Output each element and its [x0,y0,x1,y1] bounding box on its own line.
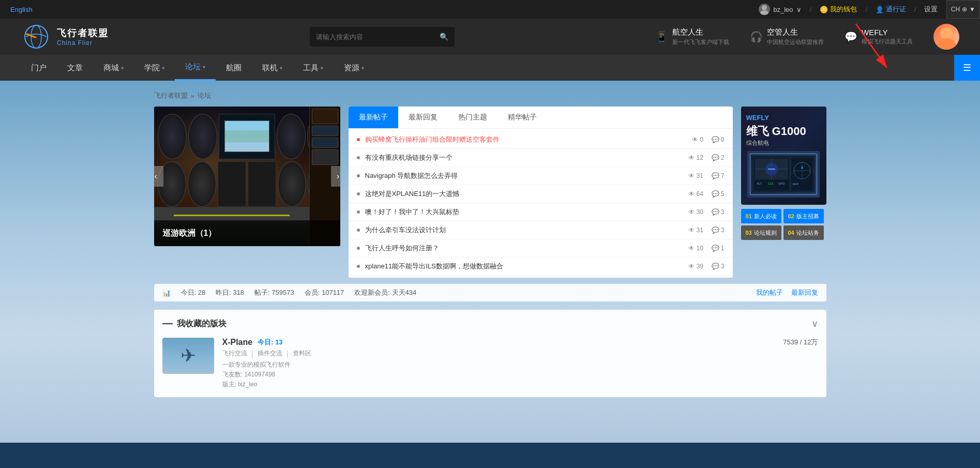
today-stat: 今日: 28 [181,288,206,297]
eye-icon: 👁 [688,208,695,216]
xplane-moderator: 版主: lxz_leo [222,380,775,389]
post-item: 噢！好了！我中了！大兴鼠标垫 👁 30 💬 3 [349,203,733,221]
post-stats: 👁 31 💬 3 [688,227,724,234]
post-stats: 👁 31 💬 7 [688,172,724,179]
svg-text:SPD: SPD [778,182,785,185]
wallet-icon: 🪙 [820,6,828,13]
wefly-subtitle: 模拟飞行话题天工具 [862,38,913,46]
view-count: 👁 64 [688,190,703,198]
ad-link-num: 02 [788,213,794,219]
tag-flight[interactable]: 飞行交流 [222,349,247,358]
dropdown-icon: ▼ [969,6,975,13]
logo-text: 飞行者联盟 China Flier [57,27,109,47]
nav-item-home[interactable]: 门户 [21,55,57,81]
svg-text:ALT: ALT [757,182,762,185]
nav-item-academy[interactable]: 学院 ▾ [134,55,175,81]
xplane-section: ✈ X-Plane 今日: 13 飞行交流 | 插件交流 | 资料区 [162,338,818,389]
breadcrumb-sep: » [191,92,194,100]
collapse-icon[interactable]: ∨ [811,318,818,329]
ad-link-rules[interactable]: 03 论坛规则 [741,225,781,240]
xplane-tags: 飞行交流 | 插件交流 | 资料区 [222,349,775,358]
wefly-title: WEFLY [862,28,888,37]
ad-link-admin[interactable]: 04 论坛站务 [783,225,824,240]
post-title[interactable]: 购买蜂窝飞行操杆油门组合限时赠送空客套件 [365,135,692,144]
tag-resource[interactable]: 资料区 [293,349,311,358]
post-item: 有没有重庆机场链接分享一个 👁 12 💬 2 [349,149,733,167]
ad-link-new-members[interactable]: 01 新人必读 [741,209,781,223]
members-stat: 会员: 107117 [305,288,344,297]
svg-point-0 [762,5,767,10]
chevron-academy: ▾ [162,65,164,71]
ad-image[interactable]: WEFLY 维飞 G1000 综合航电 [741,107,826,205]
post-title[interactable]: 噢！好了！我中了！大兴鼠标垫 [365,207,689,217]
nav-item-articles[interactable]: 文章 [57,55,93,81]
chevron-down-icon: ∨ [796,6,802,13]
nav-menu-button[interactable]: ☰ [954,55,980,81]
eye-icon: 👁 [692,136,698,143]
featured-next-button[interactable]: › [331,166,340,187]
search-icon[interactable]: 🔍 [440,33,448,41]
eye-icon: 👁 [688,154,695,161]
featured-image: 巡游欧洲（1） ‹ › [154,107,340,246]
middle-section: 巡游欧洲（1） ‹ › 最新帖子 最新回复 热门主题 精华帖子 购买蜂窝飞行操杆… [154,107,826,278]
view-count: 👁 30 [688,208,703,216]
nav-bar: 门户 文章 商城 ▾ 学院 ▾ 论坛 ▾ 航圈 联机 ▾ 工具 ▾ 资源 ▾ ☰ [0,55,980,81]
comment-count: 💬 1 [712,245,725,252]
post-title[interactable]: 为什么牵引车没法设计计划 [365,225,689,235]
post-title[interactable]: 这绝对是XPLANE11的一大遗憾 [365,189,689,199]
my-posts-link[interactable]: 我的帖子 [756,288,783,297]
link-atc-life[interactable]: 🎧 空管人生 中国航空运动联盟推荐 [750,27,824,46]
link-aviation-life[interactable]: 📱 航空人生 新一代飞飞客户端下载 [655,27,729,46]
ad-link-num: 04 [788,230,794,236]
ad-link-recruit[interactable]: 02 版主招募 [783,209,824,223]
aviation-life-subtitle: 新一代飞飞客户端下载 [672,38,729,46]
link-wefly[interactable]: 💬 WEFLY 模拟飞行话题天工具 [845,28,913,46]
post-title[interactable]: Navigraph 导航数据怎么去弄得 [365,171,689,180]
nav-item-forum[interactable]: 论坛 ▾ [175,55,216,81]
tab-latest-posts[interactable]: 最新帖子 [349,107,398,128]
pass-icon: 👤 [876,6,884,13]
wallet-link[interactable]: 🪙 我的钱包 [820,5,857,14]
nav-item-hangar[interactable]: 航圈 [216,55,252,81]
stats-bar: 📊 今日: 28 昨日: 318 帖子: 759573 会员: 107117 欢… [154,284,826,301]
pass-link[interactable]: 👤 通行证 [876,5,906,14]
ch-switcher[interactable]: CH ⊕ ▼ [946,0,980,19]
eye-icon: 👁 [688,263,695,270]
ad-links: 01 新人必读 02 版主招募 03 论坛规则 04 论坛站务 [741,209,826,240]
nav-item-resources[interactable]: 资源 ▾ [334,55,374,81]
comment-count: 💬 0 [712,136,725,143]
svg-point-5 [937,38,956,50]
settings-link[interactable]: 设置 [924,5,938,14]
logo[interactable]: 飞行者联盟 China Flier [21,24,109,50]
view-count: 👁 39 [688,263,703,270]
nav-item-multiplay[interactable]: 联机 ▾ [252,55,293,81]
nav-item-shop[interactable]: 商城 ▾ [93,55,134,81]
favorites-dash [162,323,173,324]
user-avatar-large[interactable] [933,24,959,50]
post-dot-red [357,138,360,141]
tab-featured[interactable]: 精华帖子 [497,107,547,128]
tab-latest-replies[interactable]: 最新回复 [398,107,448,128]
tab-hot-topics[interactable]: 热门主题 [448,107,497,128]
latest-reply-link[interactable]: 最新回复 [791,288,818,297]
xplane-title: X-Plane 今日: 13 [222,338,775,347]
post-dot [357,247,360,250]
chevron-resources: ▾ [361,65,364,71]
breadcrumb-home[interactable]: 飞行者联盟 [154,91,188,100]
nav-item-tools[interactable]: 工具 ▾ [293,55,334,81]
ad-link-label: 新人必读 [754,213,777,220]
user-info[interactable]: bz_leo ∨ [759,4,801,15]
atc-life-subtitle: 中国航空运动联盟推荐 [767,38,824,46]
svg-text:123: 123 [768,182,774,185]
post-title[interactable]: xplane11能不能导出ILS数据啊，想做数据融合 [365,262,689,271]
ad-screen: ALT 123 SPD MAP [747,151,820,198]
language-switch[interactable]: English [10,6,33,13]
post-title[interactable]: 有没有重庆机场链接分享一个 [365,153,689,162]
headset-icon: 🎧 [750,31,763,43]
featured-prev-button[interactable]: ‹ [154,166,163,187]
logo-cn: 飞行者联盟 [57,27,109,39]
tag-plugin[interactable]: 插件交流 [258,349,282,358]
search-input[interactable] [316,33,440,41]
post-title[interactable]: 飞行人生呼号如何注册？ [365,244,689,253]
top-bar: English bz_leo ∨ / 🪙 我的钱包 / 👤 通行证 / 设置 /… [0,0,980,19]
